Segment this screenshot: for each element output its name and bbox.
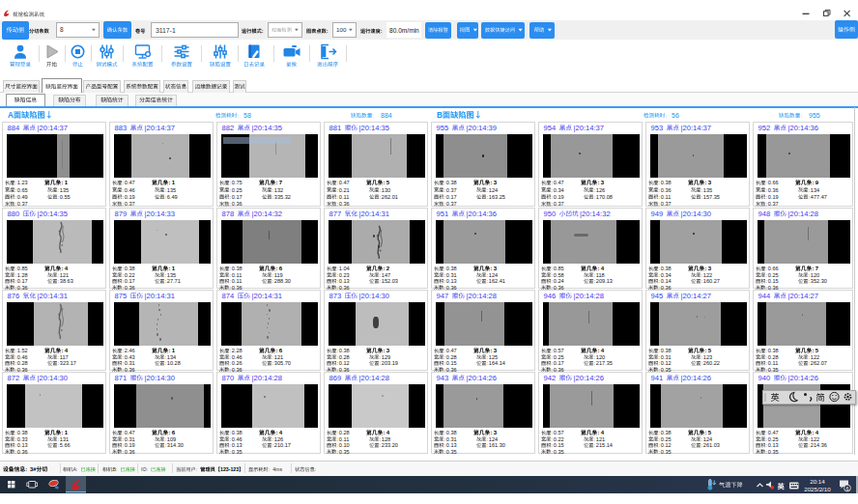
svg-text::: : (800, 113, 802, 119)
svg-text::: : (372, 113, 374, 119)
svg-text:56: 56 (672, 112, 679, 119)
svg-text::: : (665, 113, 667, 119)
svg-text:B: B (437, 111, 443, 120)
svg-text:A: A (8, 111, 14, 120)
svg-text:955: 955 (809, 112, 820, 119)
svg-text:58: 58 (243, 112, 251, 119)
svg-text:884: 884 (381, 112, 392, 119)
svg-text::: : (237, 113, 239, 119)
